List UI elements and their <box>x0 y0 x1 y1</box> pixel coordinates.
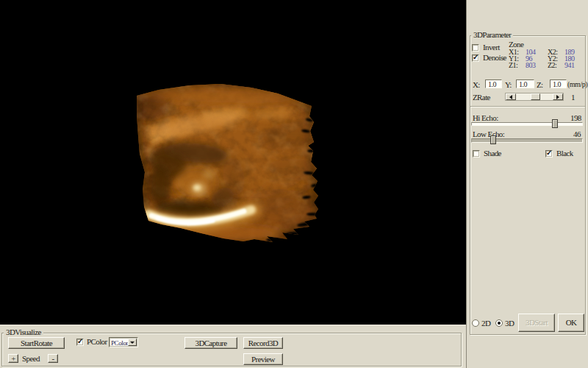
zrate-label: ZRate <box>473 93 490 102</box>
shade-label: Shade <box>484 149 501 158</box>
scale-y-input[interactable] <box>516 79 534 88</box>
app-window: 3DParameter ✓ Invert ✓ Denoise Zone X1: … <box>0 0 588 368</box>
parameter-panel: 3DParameter ✓ Invert ✓ Denoise Zone X1: … <box>466 0 588 368</box>
zone-z2-value: 941 <box>564 62 575 69</box>
visualize-bar: 3DVisualize StartRotate + Speed - ✓ PCol… <box>0 325 466 368</box>
dropdown-arrow-icon <box>130 342 135 344</box>
low-echo-slider-track[interactable] <box>471 138 583 143</box>
zone-z1-label: Z1: <box>509 62 517 69</box>
hi-echo-slider-track[interactable] <box>471 122 583 126</box>
invert-label: Invert <box>483 43 500 52</box>
black-label: Black <box>556 149 573 158</box>
pcolor-combobox[interactable]: PColor <box>109 337 138 347</box>
scale-unit-label: (mm/p) <box>567 81 587 88</box>
scroll-left-arrow-icon <box>509 95 512 99</box>
denoise-label: Denoise <box>483 54 506 62</box>
ultrasound-volume-render <box>0 0 466 325</box>
separator-line <box>470 106 585 107</box>
parameter-group-title: 3DParameter <box>471 31 513 39</box>
denoise-checkbox[interactable]: ✓ <box>472 54 479 62</box>
low-echo-value: 46 <box>573 130 581 138</box>
scale-x-input[interactable] <box>485 79 502 88</box>
pcolor-label: PColor <box>87 338 107 346</box>
invert-checkbox[interactable]: ✓ <box>472 44 479 52</box>
black-checkbox[interactable]: ✓ <box>545 150 553 158</box>
preview-button[interactable]: Preview <box>243 353 283 365</box>
render-viewport[interactable] <box>0 0 466 325</box>
pcolor-checkbox[interactable]: ✓ <box>76 339 84 346</box>
low-echo-label: Low Echo: <box>473 130 504 138</box>
speed-minus-button[interactable]: - <box>48 354 58 363</box>
mode-3d-radio-dot <box>498 322 501 325</box>
black-checkmark: ✓ <box>546 149 552 157</box>
zrate-value: 1 <box>571 93 575 102</box>
mode-2d-radio[interactable] <box>472 319 479 327</box>
shade-checkbox[interactable]: ✓ <box>473 150 480 158</box>
hi-echo-value: 198 <box>570 114 581 122</box>
scroll-right-arrow-icon <box>556 95 559 99</box>
zrate-scroll-right-button[interactable] <box>553 93 563 100</box>
zone-z2-label: Z2: <box>548 62 556 69</box>
speed-label: Speed <box>22 355 40 363</box>
speed-plus-button[interactable]: + <box>8 354 18 363</box>
3dstart-button[interactable]: 3DStart <box>518 314 555 332</box>
hi-echo-label: Hi Echo: <box>473 114 498 122</box>
scale-x-label: X: <box>473 81 480 89</box>
record3d-button[interactable]: Record3D <box>243 337 283 349</box>
denoise-checkmark: ✓ <box>473 53 478 61</box>
pcolor-combo-dropdown-button[interactable] <box>128 339 137 346</box>
scale-y-label: Y: <box>505 81 512 89</box>
hi-echo-slider-thumb[interactable] <box>552 119 558 128</box>
ok-button[interactable]: OK <box>558 314 584 332</box>
mode-2d-label: 2D <box>481 319 490 328</box>
start-rotate-button[interactable]: StartRotate <box>8 337 65 349</box>
zrate-scrollbar[interactable] <box>505 93 564 101</box>
pcolor-checkmark: ✓ <box>77 337 83 345</box>
scale-z-input[interactable] <box>550 79 567 88</box>
zrate-scroll-left-button[interactable] <box>506 93 516 100</box>
zrate-scroll-thumb[interactable] <box>531 93 540 100</box>
low-echo-slider-thumb[interactable] <box>490 135 496 144</box>
mode-3d-radio[interactable] <box>495 319 503 327</box>
3dcapture-button[interactable]: 3DCapture <box>184 337 237 349</box>
visualize-group-title: 3DVisualize <box>4 328 43 336</box>
scale-z-label: Z: <box>537 81 543 89</box>
zone-z1-value: 803 <box>526 62 536 69</box>
pcolor-combo-value: PColor <box>111 339 128 347</box>
mode-3d-label: 3D <box>505 319 514 328</box>
